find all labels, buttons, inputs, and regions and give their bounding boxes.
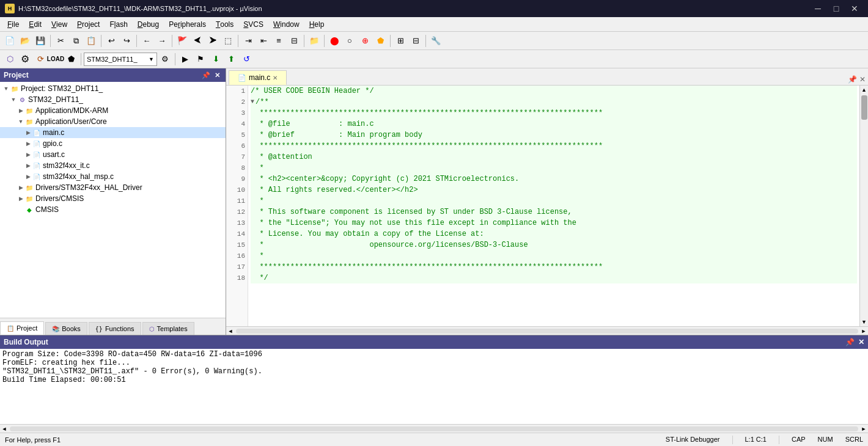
tree-label-main: main.c — [43, 128, 64, 137]
view2-toggle[interactable]: ⊟ — [408, 34, 423, 48]
view-toggle[interactable]: ⊞ — [393, 34, 408, 48]
tree-item-app-mdk[interactable]: ▶ 📁 Application/MDK-ARM — [0, 105, 226, 116]
tab-templates[interactable]: ⬡ Templates — [142, 322, 194, 335]
debug-button[interactable]: ⊕ — [358, 34, 372, 48]
menu-flash[interactable]: Flash — [105, 18, 132, 31]
format2-button[interactable]: ⊟ — [287, 34, 301, 48]
download-button[interactable]: ⬇ — [208, 52, 223, 67]
menu-peripherals[interactable]: Peripherals — [164, 18, 211, 31]
bookmark-prev-button[interactable]: ⮜ — [190, 34, 205, 48]
paste-button[interactable]: 📋 — [84, 34, 98, 48]
menu-edit[interactable]: Edit — [24, 18, 46, 31]
editor-close-icon[interactable]: ✕ — [859, 75, 866, 84]
editor-pin-icon[interactable]: 📌 — [848, 75, 857, 84]
unindent-button[interactable]: ⇤ — [256, 34, 271, 48]
tree-item-stm32it-c[interactable]: ▶ 📄 stm32f4xx_it.c — [0, 160, 226, 171]
code-line-1: /* USER CODE BEGIN Header */ — [251, 86, 857, 97]
build-hscroll[interactable]: ◄ ► — [0, 424, 868, 433]
run-hex-button[interactable]: ⬟ — [64, 52, 78, 67]
open-doc-button[interactable]: 📁 — [307, 34, 322, 48]
target-dropdown[interactable]: STM32_DHT11_ ▼ — [84, 53, 157, 66]
expand-icon-cmsis: ▶ — [17, 196, 24, 202]
tree-item-halmsp-c[interactable]: ▶ 📄 stm32f4xx_hal_msp.c — [0, 171, 226, 182]
target-settings-button[interactable]: ⬡ — [2, 52, 17, 67]
close-button[interactable]: ✕ — [846, 2, 863, 15]
new-file-button[interactable]: 📄 — [2, 34, 17, 48]
editor-tab-close-icon[interactable]: ✕ — [273, 75, 278, 81]
menu-tools[interactable]: Tools — [211, 18, 238, 31]
tree-item-drivers-hal[interactable]: ▶ 📁 Drivers/STM32F4xx_HAL_Driver — [0, 182, 226, 193]
ln-9: 9 — [226, 174, 245, 185]
tree-item-app-user[interactable]: ▼ 📁 Application/User/Core — [0, 116, 226, 127]
open-button[interactable]: 📂 — [18, 34, 32, 48]
indent-button[interactable]: ⇥ — [241, 34, 256, 48]
bookmark-next-button[interactable]: ⮞ — [205, 34, 220, 48]
fold-arrow-2[interactable]: ▼ — [251, 97, 254, 108]
erase-button[interactable]: ⬆ — [224, 52, 238, 67]
scroll-down-button[interactable]: ▼ — [860, 318, 869, 326]
ln-4: 4 — [226, 119, 245, 130]
reset-button[interactable]: ↺ — [239, 52, 254, 67]
menu-view[interactable]: View — [46, 18, 72, 31]
format-button[interactable]: ≡ — [271, 34, 286, 48]
nav-fwd-button[interactable]: → — [155, 34, 169, 48]
tree-item-project[interactable]: ▼ 📁 Project: STM32_DHT11_ — [0, 83, 226, 94]
debug-run-button[interactable]: ⚑ — [193, 52, 208, 67]
hscroll-right-button[interactable]: ► — [859, 327, 868, 335]
editor-scrollbar[interactable]: ▲ ▼ — [859, 86, 868, 326]
menu-file[interactable]: File — [2, 18, 24, 31]
cut-button[interactable]: ✂ — [53, 34, 68, 48]
menu-svcs[interactable]: SVCS — [238, 18, 268, 31]
sep9 — [425, 35, 426, 47]
load-button[interactable]: LOAD — [48, 52, 63, 67]
build-pin-icon[interactable]: 📌 — [845, 338, 855, 346]
editor-hscroll[interactable]: ◄ ► — [226, 326, 868, 335]
menu-debug[interactable]: Debug — [133, 18, 164, 31]
tab-project-icon: 📋 — [7, 325, 14, 332]
panel-pin-button[interactable]: 📌 — [201, 70, 211, 80]
tab-books[interactable]: 📚 Books — [45, 322, 87, 335]
bookmark-clear-button[interactable]: ⬚ — [221, 34, 235, 48]
hscroll-left-button[interactable]: ◄ — [226, 327, 235, 335]
tree-item-drivers-cmsis[interactable]: ▶ 📁 Drivers/CMSIS — [0, 193, 226, 204]
ln-8: 8 — [226, 163, 245, 174]
rebuild-button[interactable]: ⟳ — [33, 52, 48, 67]
tree-item-stm32[interactable]: ▼ ⚙ STM32_DHT11_ — [0, 94, 226, 105]
tree-item-main-c[interactable]: ▶ 📄 main.c — [0, 127, 226, 138]
tab-functions[interactable]: {} Functions — [89, 322, 141, 335]
redo-button[interactable]: ↪ — [119, 34, 134, 48]
debug2-button[interactable]: ⬟ — [373, 34, 388, 48]
line-numbers: 1 2 3 4 5 6 7 8 9 10 11 12 13 14 15 16 1… — [226, 86, 248, 326]
build-close-icon[interactable]: ✕ — [858, 338, 864, 346]
nav-back-button[interactable]: ← — [139, 34, 154, 48]
stop-button[interactable]: ○ — [342, 34, 357, 48]
scroll-thumb[interactable] — [861, 95, 867, 120]
minimize-button[interactable]: ─ — [809, 2, 826, 15]
build-hscroll-right[interactable]: ► — [859, 425, 868, 433]
maximize-button[interactable]: □ — [828, 2, 845, 15]
save-button[interactable]: 💾 — [33, 34, 48, 48]
code-view[interactable]: /* USER CODE BEGIN Header */ ▼/** ******… — [248, 86, 859, 326]
file-icon-gpio: 📄 — [32, 139, 42, 148]
bookmark-button[interactable]: 🚩 — [175, 34, 189, 48]
editor-area: 📄 main.c ✕ 📌 ✕ 1 2 3 4 5 6 7 8 9 10 — [226, 68, 868, 335]
tree-item-gpio-c[interactable]: ▶ 📄 gpio.c — [0, 138, 226, 149]
ln-16: 16 — [226, 250, 245, 261]
menu-window[interactable]: Window — [268, 18, 304, 31]
target-options[interactable]: ⚙ — [158, 52, 172, 67]
debug-start-button[interactable]: ▶ — [178, 52, 193, 67]
settings-button[interactable]: 🔧 — [428, 34, 443, 48]
copy-button[interactable]: ⧉ — [68, 34, 83, 48]
build-button[interactable]: ⚙ — [18, 52, 32, 67]
undo-button[interactable]: ↩ — [104, 34, 119, 48]
tree-item-cmsis[interactable]: ◆ CMSIS — [0, 204, 226, 215]
scroll-up-button[interactable]: ▲ — [860, 86, 869, 94]
build-hscroll-left[interactable]: ◄ — [0, 425, 9, 433]
editor-tab-main[interactable]: 📄 main.c ✕ — [229, 70, 287, 85]
tab-project[interactable]: 📋 Project — [0, 321, 44, 335]
panel-close-button[interactable]: ✕ — [212, 70, 222, 80]
tree-item-usart-c[interactable]: ▶ 📄 usart.c — [0, 149, 226, 160]
menu-project[interactable]: Project — [72, 18, 105, 31]
menu-help[interactable]: Help — [304, 18, 329, 31]
run-button[interactable]: ⬤ — [327, 34, 342, 48]
